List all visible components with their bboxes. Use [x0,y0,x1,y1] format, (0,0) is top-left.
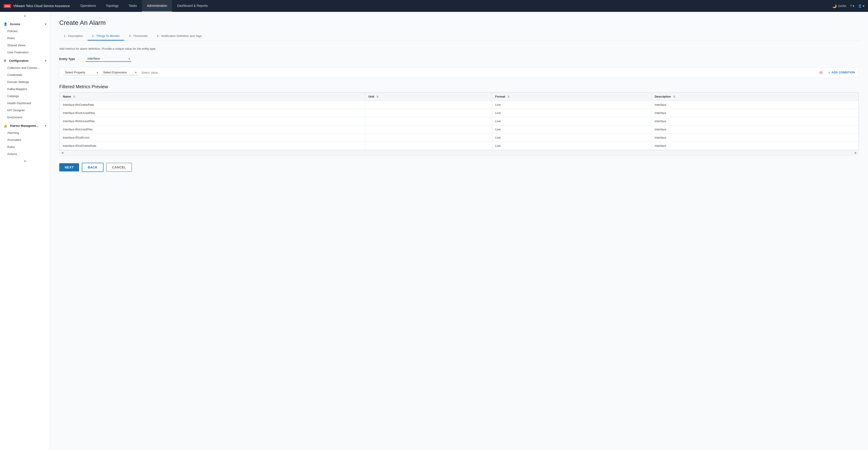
help-button[interactable]: ? ▾ [850,4,854,8]
add-condition-label: ADD CONDITION [832,71,855,74]
sidebar-section-config-label: Configuration [9,59,29,62]
cell-name: Interface:ifOutOctetsRate [60,142,365,150]
table-row[interactable]: Interface:ifOutOctetsRate Live Interface [60,142,859,150]
nav-item-administration[interactable]: Administration [142,0,172,12]
sidebar-item-domain-settings[interactable]: Domain Settings [0,79,50,86]
app-layout: ▲ 👤 Access ▾ Policies Roles Shared Views… [0,12,868,450]
cell-format: Live [492,142,652,150]
col-header-unit[interactable]: Unit ⇅ [365,93,492,101]
nav-item-dashboard[interactable]: Dashboard & Reports [172,0,213,12]
sidebar-section-access-label: Access [10,22,20,26]
table-row[interactable]: Interface:ifOutUcastPkts Live Interface [60,109,859,117]
cell-unit [365,133,492,142]
access-icon: 👤 [4,22,7,26]
unit-sort-icon: ⇅ [376,95,378,98]
sidebar-section-configuration[interactable]: ⚙ Configuration ▾ [0,56,50,64]
entity-type-select-wrapper: Interface [86,56,131,62]
sidebar-item-kafka-mappers[interactable]: Kafka Mappers [0,86,50,93]
tab-description[interactable]: 1 - Description [59,32,88,40]
sidebar-item-enrichment[interactable]: Enrichment [0,114,50,121]
sidebar-item-health-dashboard[interactable]: Health Dashboard [0,100,50,107]
sidebar-item-kpi-designer[interactable]: KPI Designer [0,107,50,114]
main-content: Create An Alarm 1 - Description 2 - Thin… [50,12,868,450]
cell-format: Live [492,125,652,133]
tab-notification[interactable]: 4 - Notification Definition and Tags [152,32,206,40]
page-title: Create An Alarm [59,19,859,26]
sidebar-item-roles[interactable]: Roles [0,35,50,42]
app-title: VMware Telco Cloud Service Assurance [13,4,70,8]
back-button[interactable]: BACK [82,163,103,172]
sidebar-scroll-up: ▲ [0,12,50,19]
tab-thresholds[interactable]: 3 - Thresholds [124,32,152,40]
table-scroll-bar[interactable]: ◀ ▶ [60,150,859,155]
description-sort-icon: ⇅ [673,95,675,98]
col-header-description[interactable]: Description ⇅ [651,93,859,101]
table-row[interactable]: Interface:ifInUcastPkts Live Interface [60,125,859,133]
format-sort-icon: ⇅ [507,95,509,98]
add-condition-button[interactable]: ≡ ADD CONDITION [828,71,855,74]
cell-description: Interface [651,133,859,142]
vmw-logo: vmw [4,4,11,8]
nav-item-operations[interactable]: Operations [75,0,101,12]
cell-format: Live [492,133,652,142]
sidebar-item-rules[interactable]: Rules [0,143,50,150]
metrics-table-container: Name ⇅ Unit ⇅ Format ⇅ Description [59,92,859,155]
sidebar-item-collectors[interactable]: Collectors and Connec... [0,64,50,71]
nav-items: Operations Topology Tasks Administration… [75,0,832,12]
table-row[interactable]: Interface:ifInOctetsRate Live Interface [60,101,859,109]
nav-right: 🌙 DARK ? ▾ 👤 ▾ [832,4,864,8]
scroll-right-icon[interactable]: ▶ [855,151,857,154]
sidebar-item-alarming[interactable]: Alarming [0,129,50,136]
remove-condition-button[interactable]: ⊖ [819,70,823,75]
cell-format: Live [492,117,652,125]
scroll-left-icon[interactable]: ◀ [61,151,63,154]
nav-item-topology[interactable]: Topology [101,0,124,12]
config-icon: ⚙ [4,59,6,62]
cell-name: Interface:ifInOctetsRate [60,101,365,109]
cell-description: Interface [651,117,859,125]
sidebar-item-anomalies[interactable]: Anomalies [0,136,50,143]
config-chevron: ▾ [45,59,46,62]
cell-name: Interface:ifInNUcastPkts [60,117,365,125]
alarms-icon: 🔔 [4,124,7,127]
sidebar-section-access[interactable]: 👤 Access ▾ [0,19,50,28]
cell-name: Interface:ifOutUcastPkts [60,109,365,117]
filter-row: Select Property Select Expression ⊖ ≡ AD… [59,67,859,78]
select-property[interactable]: Select Property [63,70,100,75]
select-value-input[interactable] [140,70,817,75]
sidebar-item-user-federation[interactable]: User Federation [0,49,50,56]
dark-label: DARK [838,4,846,8]
cancel-button[interactable]: CANCEL [106,163,132,172]
cell-description: Interface [651,125,859,133]
entity-type-row: Entity Type Interface [59,56,859,62]
access-chevron: ▾ [45,23,46,26]
next-button[interactable]: NEXT [59,163,79,172]
entity-type-label: Entity Type [59,57,82,61]
remove-icon: ⊖ [819,70,823,75]
cell-unit [365,142,492,150]
top-navigation: vmw VMware Telco Cloud Service Assurance… [0,0,868,12]
sidebar-item-catalogs[interactable]: Catalogs [0,93,50,100]
sidebar-item-actions[interactable]: Actions [0,150,50,157]
moon-icon: 🌙 [832,4,837,8]
col-header-name[interactable]: Name ⇅ [60,93,365,101]
cell-format: Live [492,101,652,109]
table-row[interactable]: Interface:ifOutErrors Live Interface [60,133,859,142]
table-row[interactable]: Interface:ifInNUcastPkts Live Interface [60,117,859,125]
sidebar-item-shared-views[interactable]: Shared Views [0,42,50,49]
sidebar-item-credentials[interactable]: Credentials [0,71,50,79]
nav-item-tasks[interactable]: Tasks [124,0,142,12]
sidebar-section-alarms[interactable]: 🔔 Alarms Manageme... ▾ [0,121,50,129]
select-expression[interactable]: Select Expression [101,70,138,75]
cell-format: Live [492,109,652,117]
entity-type-select[interactable]: Interface [86,56,131,62]
sidebar-item-policies[interactable]: Policies [0,28,50,35]
select-expression-wrapper: Select Expression [101,70,138,75]
form-description: Add metrics for alarm definition. Provid… [59,47,859,50]
user-button[interactable]: 👤 ▾ [858,4,864,8]
col-header-format[interactable]: Format ⇅ [492,93,652,101]
name-sort-icon: ⇅ [73,95,75,98]
dark-mode-toggle[interactable]: 🌙 DARK [832,4,846,8]
tab-things-to-monitor[interactable]: 2 - Things To Monitor [88,32,124,40]
sidebar: ▲ 👤 Access ▾ Policies Roles Shared Views… [0,12,50,450]
